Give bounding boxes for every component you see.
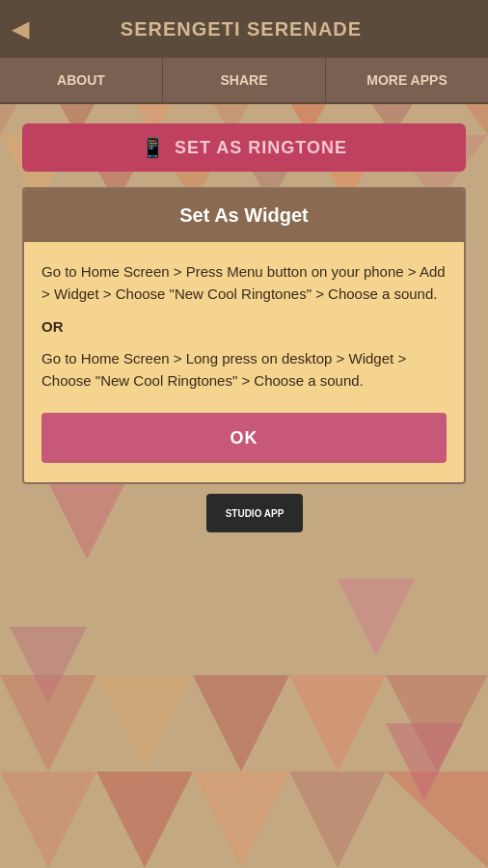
- dialog-or: OR: [41, 318, 447, 335]
- dialog-title-bar: Set As Widget: [24, 189, 464, 242]
- studio-label: STUDIO APP: [226, 508, 285, 519]
- tab-about[interactable]: ABOUT: [0, 58, 163, 102]
- back-button[interactable]: ◀: [12, 15, 29, 42]
- phone-icon: 📱: [141, 136, 165, 159]
- dialog-title: Set As Widget: [179, 204, 309, 226]
- ringtone-label: SET AS RINGTONE: [175, 138, 347, 158]
- app-title: SERENGETI SERENADE: [41, 18, 442, 41]
- dialog-body: Go to Home Screen > Press Menu button on…: [24, 242, 464, 482]
- studio-logo: STUDIO APP: [206, 494, 303, 532]
- app-header: ◀ SERENGETI SERENADE: [0, 0, 488, 58]
- tab-more-apps[interactable]: MORE APPS: [326, 58, 488, 102]
- main-content: 📱 SET AS RINGTONE Set As Widget Go to Ho…: [0, 104, 488, 532]
- set-ringtone-button[interactable]: 📱 SET AS RINGTONE: [22, 123, 466, 172]
- dialog-instruction-2: Go to Home Screen > Long press on deskto…: [41, 348, 447, 392]
- widget-dialog: Set As Widget Go to Home Screen > Press …: [22, 187, 466, 484]
- ok-button[interactable]: OK: [41, 413, 447, 463]
- navigation-tabs: ABOUT SHARE MORE APPS: [0, 58, 488, 104]
- tab-share[interactable]: SHARE: [163, 58, 326, 102]
- dialog-instruction-1: Go to Home Screen > Press Menu button on…: [41, 261, 447, 305]
